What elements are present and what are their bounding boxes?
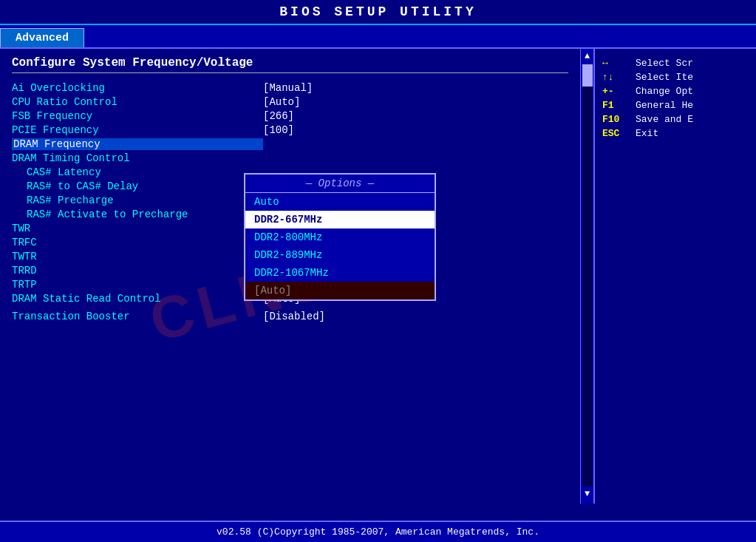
item-label-trfc: TRFC xyxy=(12,237,263,248)
menu-item[interactable]: Ai Overclocking [Manual] xyxy=(12,82,568,94)
item-label-cas: CAS# Latency xyxy=(12,166,263,178)
help-item-select-screen: ↔ Select Scr xyxy=(602,58,749,69)
item-label-ai-oc: Ai Overclocking xyxy=(12,82,263,94)
menu-item[interactable]: DRAM Frequency xyxy=(12,138,568,150)
section-title: Configure System Frequency/Voltage xyxy=(12,56,568,73)
item-label-dram-static: DRAM Static Read Control xyxy=(12,293,263,305)
menu-item[interactable]: Transaction Booster [Disabled] xyxy=(12,311,568,322)
popup-below-value: [Auto] xyxy=(245,282,435,299)
item-label-ras-activate: RAS# Activate to Precharge xyxy=(12,209,263,220)
popup-title: — Options — xyxy=(245,175,435,193)
popup-option-ddr2-889[interactable]: DDR2-889MHz xyxy=(245,246,435,264)
item-label-cpu-ratio: CPU Ratio Control xyxy=(12,96,263,108)
popup-option-ddr2-800[interactable]: DDR2-800MHz xyxy=(245,228,435,246)
menu-item[interactable]: PCIE Frequency [100] xyxy=(12,124,568,136)
help-item-select-item: ↑↓ Select Ite xyxy=(602,72,749,83)
menu-item[interactable]: CPU Ratio Control [Auto] xyxy=(12,96,568,108)
help-key-updown: ↑↓ xyxy=(602,72,636,83)
scroll-down-arrow[interactable]: ▼ xyxy=(585,488,590,501)
options-popup[interactable]: — Options — Auto DDR2-667MHz DDR2-800MHz… xyxy=(244,173,436,301)
item-label-trrd: TRRD xyxy=(12,265,263,277)
item-label-trans-boost: Transaction Booster xyxy=(12,311,263,322)
help-desc-f10: Save and E xyxy=(636,114,693,125)
help-desc-select-item: Select Ite xyxy=(636,72,693,83)
item-label-dram-timing: DRAM Timing Control xyxy=(12,152,263,164)
help-key-arrows: ↔ xyxy=(602,58,636,69)
menu-tabs[interactable]: Advanced xyxy=(0,25,756,49)
help-desc-esc: Exit xyxy=(636,128,658,139)
help-item-esc: ESC Exit xyxy=(602,128,749,139)
main-area: Configure System Frequency/Voltage Ai Ov… xyxy=(0,49,756,504)
scrollbar[interactable]: ▲ ▼ xyxy=(580,49,593,504)
help-desc-f1: General He xyxy=(636,100,693,111)
help-desc-select-screen: Select Scr xyxy=(636,58,693,69)
help-item-f10: F10 Save and E xyxy=(602,114,749,125)
status-text: v02.58 (C)Copyright 1985-2007, American … xyxy=(217,526,539,538)
help-item-f1: F1 General He xyxy=(602,100,749,111)
popup-option-ddr2-1067[interactable]: DDR2-1067MHz xyxy=(245,264,435,282)
item-label-twr: TWR xyxy=(12,223,263,234)
bios-title: BIOS SETUP UTILITY xyxy=(279,4,476,19)
item-label-fsb: FSB Frequency xyxy=(12,110,263,122)
item-value-pcie: [100] xyxy=(263,124,294,136)
help-panel: ↔ Select Scr ↑↓ Select Ite +- Change Opt… xyxy=(593,49,756,504)
tab-advanced[interactable]: Advanced xyxy=(0,28,84,47)
menu-item[interactable]: DRAM Timing Control xyxy=(12,152,568,164)
item-label-ras-cas: RAS# to CAS# Delay xyxy=(12,180,263,192)
popup-option-auto[interactable]: Auto xyxy=(245,193,435,211)
item-label-pcie: PCIE Frequency xyxy=(12,124,263,136)
title-bar: BIOS SETUP UTILITY xyxy=(0,0,756,25)
popup-option-ddr2-667[interactable]: DDR2-667MHz xyxy=(245,211,435,228)
content-panel: Configure System Frequency/Voltage Ai Ov… xyxy=(0,49,580,504)
scroll-thumb xyxy=(582,64,593,87)
help-key-f1: F1 xyxy=(602,100,636,111)
help-key-esc: ESC xyxy=(602,128,636,139)
help-key-f10: F10 xyxy=(602,114,636,125)
item-label-twtr: TWTR xyxy=(12,251,263,262)
scroll-track xyxy=(582,64,593,487)
help-item-change-opt: +- Change Opt xyxy=(602,86,749,97)
item-label-trtp: TRTP xyxy=(12,279,263,291)
status-bar: v02.58 (C)Copyright 1985-2007, American … xyxy=(0,521,756,542)
scroll-up-arrow[interactable]: ▲ xyxy=(585,50,590,63)
help-key-plusminus: +- xyxy=(602,86,636,97)
item-label-ras-precharge: RAS# Precharge xyxy=(12,194,263,206)
item-label-dram-freq: DRAM Frequency xyxy=(12,138,263,150)
help-desc-change-opt: Change Opt xyxy=(636,86,693,97)
item-value-fsb: [266] xyxy=(263,110,294,122)
item-value-trans-boost: [Disabled] xyxy=(263,311,325,322)
menu-item[interactable]: FSB Frequency [266] xyxy=(12,110,568,122)
item-value-ai-oc: [Manual] xyxy=(263,82,313,94)
item-value-cpu-ratio: [Auto] xyxy=(263,96,300,108)
